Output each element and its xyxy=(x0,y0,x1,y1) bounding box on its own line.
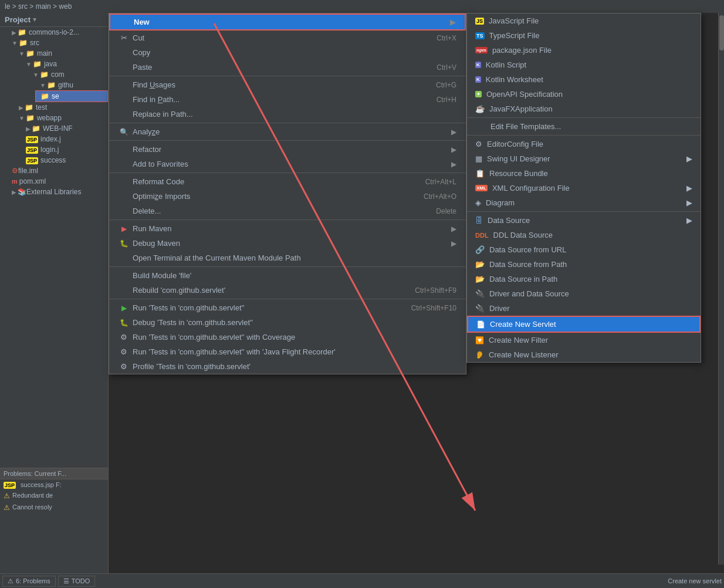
tree-item-loginj[interactable]: JSP login.j xyxy=(0,144,108,155)
submenu-datasource[interactable]: 🗄 Data Source ▶ xyxy=(467,213,701,228)
menu-item-cut[interactable]: ✂ Cut Ctrl+X xyxy=(109,31,466,45)
submenu-label: Data Source from URL xyxy=(489,245,567,254)
tree-item-test[interactable]: ▶ 📁 test xyxy=(0,102,108,113)
menu-label: Paste xyxy=(133,63,152,72)
menu-label: Open Terminal at the Current Maven Modul… xyxy=(133,254,301,262)
tree-item-indexj[interactable]: JSP index.j xyxy=(0,134,108,144)
problem-item-2[interactable]: ⚠ Redundant de xyxy=(0,490,108,502)
menu-item-find-usages[interactable]: Find Usages Ctrl+G xyxy=(109,77,466,92)
breadcrumb-text: le > src > main > web xyxy=(5,2,72,11)
submenu-arrow: ▶ xyxy=(451,146,456,154)
menu-item-favorites[interactable]: Add to Favorites ▶ xyxy=(109,157,466,171)
submenu-xml-config[interactable]: XML XML Configuration File ▶ xyxy=(467,181,701,195)
submenu-edit-templates[interactable]: Edit File Templates... xyxy=(467,119,701,134)
tree-item-extlib[interactable]: ▶ 📚 External Libraries xyxy=(0,187,108,197)
submenu-packagejson[interactable]: npm package.json File xyxy=(467,43,701,58)
menu-divider-6 xyxy=(109,266,466,267)
menu-item-analyze[interactable]: 🔍 Analyze ▶ xyxy=(109,124,466,139)
submenu-kotlin-script[interactable]: K Kotlin Script xyxy=(467,58,701,72)
tree-item-commons[interactable]: ▶ 📁 commons-io-2... xyxy=(0,27,108,38)
submenu-javafx[interactable]: ☕ JavaFXApplication xyxy=(467,102,701,116)
shortcut: Ctrl+H xyxy=(437,96,456,104)
tab-todo[interactable]: ☰ TODO xyxy=(58,576,96,587)
submenu-driver[interactable]: 🔌 Driver xyxy=(467,301,701,316)
submenu-arrow: ▶ xyxy=(451,239,456,248)
submenu-arrow: ▶ xyxy=(686,184,692,192)
submenu-label: Data Source from Path xyxy=(489,260,567,269)
submenu-ddl[interactable]: DDL DDL Data Source xyxy=(467,228,701,242)
submenu-typescript[interactable]: TS TypeScript File xyxy=(467,28,701,43)
problem-item-3[interactable]: ⚠ Cannot resoly xyxy=(0,502,108,513)
listener-icon: 👂 xyxy=(475,351,484,359)
tree-item-pomxml[interactable]: m pom.xml xyxy=(0,176,108,187)
submenu-datasource-url[interactable]: 🔗 Data Source from URL xyxy=(467,242,701,257)
submenu-create-servlet[interactable]: 📄 Create New Servlet xyxy=(467,316,701,333)
menu-label: Delete... xyxy=(133,207,161,215)
tree-item-fileiml[interactable]: ⚙ file.iml xyxy=(0,165,108,176)
menu-item-find-path[interactable]: Find in Path... Ctrl+H xyxy=(109,92,466,107)
js-icon: JS xyxy=(475,18,484,25)
submenu-create-listener[interactable]: 👂 Create New Listener xyxy=(467,347,701,362)
menu-label: Find in Path... xyxy=(133,95,180,104)
menu-item-replace-path[interactable]: Replace in Path... xyxy=(109,107,466,121)
submenu-label: DDL Data Source xyxy=(493,231,553,239)
context-menu: New ▶ ✂ Cut Ctrl+X Copy Paste Ctrl+V Fin… xyxy=(109,13,466,374)
tree-item-se[interactable]: 📁 se xyxy=(35,90,108,102)
tree-item-com[interactable]: ▼ 📁 com xyxy=(0,69,108,80)
submenu-diagram[interactable]: ◈ Diagram ▶ xyxy=(467,195,701,210)
menu-item-profile[interactable]: ⚙ Profile 'Tests in 'com.github.servlet' xyxy=(109,359,466,374)
submenu-create-filter[interactable]: 🔽 Create New Filter xyxy=(467,333,701,347)
scrollbar-right[interactable] xyxy=(718,13,724,565)
warning-icon: ⚠ xyxy=(8,577,13,585)
problems-header: Problems: Current F... xyxy=(0,468,108,479)
tree-item-githu[interactable]: ▼ 📁 githu xyxy=(0,80,108,90)
menu-item-delete[interactable]: Delete... Delete xyxy=(109,204,466,218)
project-label: Project xyxy=(5,15,31,24)
menu-item-rebuild[interactable]: Rebuild 'com.github.servlet' Ctrl+Shift+… xyxy=(109,283,466,298)
datasource-icon: 🗄 xyxy=(475,216,483,225)
submenu-datasource-inpath[interactable]: 📂 Data Source in Path xyxy=(467,272,701,286)
problem-desc: Redundant de xyxy=(12,492,53,499)
submenu-datasource-frompath[interactable]: 📂 Data Source from Path xyxy=(467,257,701,272)
submenu-javascript[interactable]: JS JavaScript File xyxy=(467,13,701,28)
menu-item-reformat[interactable]: Reformat Code Ctrl+Alt+L xyxy=(109,174,466,189)
submenu-driver-datasource[interactable]: 🔌 Driver and Data Source xyxy=(467,286,701,301)
submenu-kotlin-worksheet[interactable]: K Kotlin Worksheet xyxy=(467,72,701,87)
submenu-openapi[interactable]: ✦ OpenAPI Specification xyxy=(467,87,701,102)
tree-label: com xyxy=(51,70,65,79)
tree-item-webapp[interactable]: ▼ 📁 webapp xyxy=(0,113,108,123)
submenu-label: Data Source xyxy=(488,216,530,225)
menu-item-debug-maven[interactable]: 🐛 Debug Maven ▶ xyxy=(109,236,466,251)
menu-divider-1 xyxy=(109,76,466,76)
menu-item-new-label: New xyxy=(134,18,150,26)
tree-item-success[interactable]: JSP success xyxy=(0,155,108,165)
menu-item-run-tests[interactable]: ▶ Run 'Tests in 'com.github.servlet'' Ct… xyxy=(109,300,466,315)
menu-item-run-coverage[interactable]: ⚙ Run 'Tests in 'com.github.servlet'' wi… xyxy=(109,330,466,344)
menu-item-run-flight[interactable]: ⚙ Run 'Tests in 'com.github.servlet'' wi… xyxy=(109,344,466,359)
tree-item-main[interactable]: ▼ 📁 main xyxy=(0,48,108,59)
submenu-swing[interactable]: ▦ Swing UI Designer ▶ xyxy=(467,151,701,166)
menu-item-paste[interactable]: Paste Ctrl+V xyxy=(109,60,466,75)
menu-item-optimize[interactable]: Optimize Imports Ctrl+Alt+O xyxy=(109,189,466,204)
scrollbar-thumb[interactable] xyxy=(719,15,724,50)
menu-label: Build Module 'file' xyxy=(133,271,191,280)
tab-problems[interactable]: ⚠ 6: Problems xyxy=(2,576,56,587)
menu-item-run-maven[interactable]: ▶ Run Maven ▶ xyxy=(109,221,466,236)
submenu-editorconfig[interactable]: ⚙ EditorConfig File xyxy=(467,137,701,151)
tree-item-java[interactable]: ▼ 📁 java xyxy=(0,59,108,69)
problem-item-1[interactable]: JSP success.jsp F: xyxy=(0,479,108,490)
menu-item-refactor[interactable]: Refactor ▶ xyxy=(109,142,466,157)
menu-label: Optimize Imports xyxy=(133,192,190,201)
menu-item-debug-tests[interactable]: 🐛 Debug 'Tests in 'com.github.servlet'' xyxy=(109,315,466,330)
menu-divider-5 xyxy=(109,219,466,220)
menu-item-copy[interactable]: Copy xyxy=(109,45,466,60)
tree-label: webapp xyxy=(37,114,62,122)
menu-item-new[interactable]: New ▶ xyxy=(109,13,466,31)
run-tests-icon: ▶ xyxy=(119,304,129,312)
menu-item-open-terminal[interactable]: Open Terminal at the Current Maven Modul… xyxy=(109,251,466,265)
submenu-resource[interactable]: 📋 Resource Bundle xyxy=(467,166,701,181)
tree-item-src[interactable]: ▼ 📁 src xyxy=(0,38,108,48)
menu-item-build[interactable]: Build Module 'file' xyxy=(109,268,466,283)
tree-item-webinf[interactable]: ▶ 📁 WEB-INF xyxy=(0,123,108,134)
kotlin-icon: K xyxy=(475,62,481,68)
